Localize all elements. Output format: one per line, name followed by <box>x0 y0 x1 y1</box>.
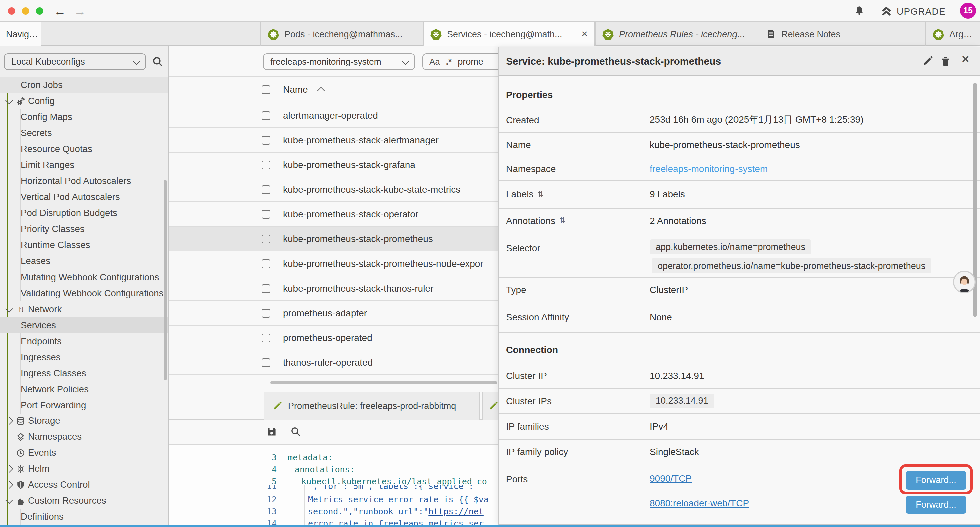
table-row[interactable]: kube-prometheus-stack-kube-state-metrics <box>169 177 498 202</box>
chevron-right-icon[interactable] <box>7 466 15 471</box>
sidebar-item-endpoints[interactable]: Endpoints <box>0 333 168 349</box>
editor-tab-partial[interactable] <box>482 391 498 420</box>
sidebar-scrollbar[interactable] <box>164 180 167 380</box>
sidebar-item-namespaces[interactable]: Namespaces <box>0 429 168 445</box>
chevron-right-icon[interactable] <box>7 418 15 423</box>
row-checkbox[interactable] <box>261 210 270 218</box>
notification-badge[interactable]: 15 <box>960 3 976 19</box>
sidebar-item-helm[interactable]: Helm <box>0 461 168 477</box>
sidebar-item-resource-quotas[interactable]: Resource Quotas <box>0 142 168 158</box>
port-link-9090[interactable]: 9090/TCP <box>650 473 692 484</box>
sort-icon[interactable]: ⇅ <box>559 217 565 225</box>
sidebar-item-cron-jobs[interactable]: Cron Jobs <box>0 77 168 93</box>
search-icon[interactable] <box>290 426 301 437</box>
edit-pencil-icon[interactable] <box>922 56 933 67</box>
sidebar-item-mutating-webhook-configurations[interactable]: Mutating Webhook Configurations <box>0 269 168 285</box>
tab-release-notes[interactable]: Release Notes <box>759 22 925 46</box>
row-checkbox[interactable] <box>261 284 270 293</box>
table-row[interactable]: kube-prometheus-stack-prometheus-node-ex… <box>169 252 498 276</box>
select-all-checkbox[interactable] <box>261 85 270 94</box>
name-column-header[interactable]: Name <box>283 84 308 94</box>
forward-button[interactable]: Forward... <box>906 495 966 514</box>
close-tab-icon[interactable]: × <box>578 28 588 40</box>
close-window-button[interactable] <box>8 7 15 15</box>
back-button[interactable]: ← <box>54 2 66 20</box>
table-row[interactable]: prometheus-adapter <box>169 301 498 326</box>
sidebar-item-network-policies[interactable]: Network Policies <box>0 381 168 397</box>
table-row[interactable]: thanos-ruler-operated <box>169 350 498 375</box>
bell-icon[interactable] <box>854 5 865 16</box>
table-row[interactable]: kube-prometheus-stack-thanos-ruler <box>169 276 498 301</box>
editor-tab-prometheusrule[interactable]: PrometheusRule: freeleaps-prod-rabbitmq <box>263 391 479 420</box>
tab-prometheus-rules[interactable]: Prometheus Rules - icecheng... <box>595 22 759 46</box>
row-checkbox[interactable] <box>261 111 270 120</box>
chevron-down-icon[interactable] <box>7 307 15 312</box>
sidebar-item-config-maps[interactable]: Config Maps <box>0 110 168 126</box>
close-icon[interactable]: × <box>962 52 969 67</box>
table-row[interactable]: prometheus-operated <box>169 326 498 350</box>
sidebar-item-ingresses[interactable]: Ingresses <box>0 349 168 365</box>
user-avatar[interactable] <box>952 270 976 293</box>
tab-services[interactable]: Services - icecheng@math... × <box>423 22 595 46</box>
sidebar-item-validating-webhook-configurations[interactable]: Validating Webhook Configurations <box>0 285 168 301</box>
save-icon[interactable] <box>266 426 277 437</box>
minimize-window-button[interactable] <box>22 7 29 15</box>
sidebar-item-leases[interactable]: Leases <box>0 253 168 269</box>
yaml-editor[interactable]: 3 metadata: 4 annotations: 5 kubectl.kub… <box>169 445 498 525</box>
chevron-down-icon[interactable] <box>7 99 15 104</box>
table-row[interactable]: kube-prometheus-stack-prometheus <box>169 227 498 252</box>
sidebar-item-definitions[interactable]: Definitions <box>0 509 168 525</box>
sidebar-item-events[interactable]: Events <box>0 445 168 461</box>
sidebar-item-pod-disruption-budgets[interactable]: Pod Disruption Budgets <box>0 205 168 221</box>
chevron-right-icon[interactable] <box>7 482 15 487</box>
port-link-8080[interactable]: 8080:reloader-web/TCP <box>650 497 749 508</box>
row-checkbox[interactable] <box>261 309 270 317</box>
search-icon[interactable] <box>152 56 164 67</box>
sort-ascending-icon[interactable] <box>317 87 325 94</box>
kubeconfig-selector[interactable]: Local Kubeconfigs <box>4 53 146 70</box>
property-value: ClusterIP <box>650 284 688 295</box>
forward-button[interactable]: → <box>74 2 86 20</box>
table-row[interactable]: kube-prometheus-stack-grafana <box>169 153 498 177</box>
sidebar-item-label: Endpoints <box>21 336 62 346</box>
table-row[interactable]: kube-prometheus-stack-alertmanager <box>169 128 498 153</box>
tab-argo[interactable]: Argo Se <box>925 22 980 46</box>
namespace-selector[interactable]: freeleaps-monitoring-system <box>263 53 415 70</box>
upgrade-button[interactable]: UPGRADE <box>881 4 946 19</box>
sidebar-item-runtime-classes[interactable]: Runtime Classes <box>0 237 168 253</box>
row-checkbox[interactable] <box>261 259 270 268</box>
tab-navigator[interactable]: Navigator <box>0 22 41 46</box>
sidebar-item-horizontal-pod-autoscalers[interactable]: Horizontal Pod Autoscalers <box>0 173 168 189</box>
sidebar-item-custom-resources[interactable]: Custom Resources <box>0 493 168 509</box>
search-input[interactable]: Aa .* prome <box>422 53 498 70</box>
sidebar-item-storage[interactable]: Storage <box>0 413 168 429</box>
table-row[interactable]: kube-prometheus-stack-operator <box>169 202 498 227</box>
row-checkbox[interactable] <box>261 358 270 366</box>
tab-pods[interactable]: Pods - icecheng@mathmas... <box>260 22 423 46</box>
runbook-url-link[interactable]: https://net <box>428 506 484 516</box>
row-checkbox[interactable] <box>261 333 270 342</box>
row-checkbox[interactable] <box>261 185 270 194</box>
row-checkbox[interactable] <box>261 136 270 145</box>
horizontal-scrollbar[interactable] <box>270 381 497 384</box>
sidebar-item-vertical-pod-autoscalers[interactable]: Vertical Pod Autoscalers <box>0 189 168 205</box>
regex-toggle[interactable]: .* <box>446 57 452 67</box>
match-case-toggle[interactable]: Aa <box>429 57 440 67</box>
sidebar-item-port-forwarding[interactable]: Port Forwarding <box>0 397 168 413</box>
sidebar-item-access-control[interactable]: Access Control <box>0 477 168 493</box>
sidebar-item-limit-ranges[interactable]: Limit Ranges <box>0 158 168 174</box>
row-checkbox[interactable] <box>261 161 270 169</box>
sidebar-item-network[interactable]: ↑↓Network <box>0 301 168 317</box>
sort-icon[interactable]: ⇅ <box>538 190 544 199</box>
chevron-down-icon[interactable] <box>7 498 15 503</box>
sidebar-item-ingress-classes[interactable]: Ingress Classes <box>0 365 168 381</box>
sidebar-item-priority-classes[interactable]: Priority Classes <box>0 221 168 237</box>
sidebar-item-config[interactable]: Config <box>0 93 168 110</box>
sidebar-item-secrets[interactable]: Secrets <box>0 126 168 142</box>
maximize-window-button[interactable] <box>36 7 43 15</box>
delete-trash-icon[interactable] <box>940 56 951 67</box>
table-row[interactable]: alertmanager-operated <box>169 103 498 128</box>
namespace-link[interactable]: freeleaps-monitoring-system <box>650 164 767 174</box>
row-checkbox[interactable] <box>261 234 270 243</box>
sidebar-item-services[interactable]: Services <box>0 317 168 333</box>
